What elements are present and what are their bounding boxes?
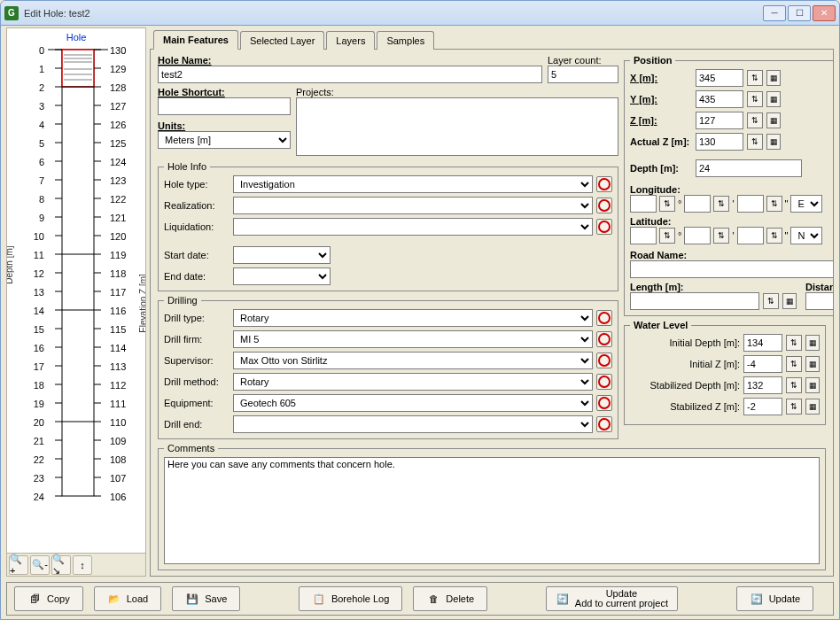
- realization-select[interactable]: [233, 197, 593, 214]
- zoom-out-button[interactable]: 🔍-: [30, 555, 50, 575]
- stabilized-depth-input[interactable]: [743, 376, 782, 394]
- drilling-fieldset: Drilling Drill type:Rotary Drill firm:MI…: [158, 295, 618, 439]
- supervisor-select[interactable]: Max Otto von Stirlitz: [233, 352, 593, 369]
- initial-depth-input[interactable]: [743, 334, 782, 352]
- lon-min-step-icon[interactable]: ⇅: [713, 196, 729, 212]
- actual-z-calc-icon[interactable]: ▦: [766, 134, 781, 150]
- tab-main-features[interactable]: Main Features: [153, 30, 238, 50]
- stabilized-depth-step-icon[interactable]: ⇅: [786, 377, 802, 393]
- initial-depth-label: Initial Depth [m]:: [630, 337, 740, 348]
- zoom-vertical-button[interactable]: ↕: [73, 555, 92, 575]
- depth-input[interactable]: [696, 159, 802, 177]
- equipment-select[interactable]: Geotech 605: [233, 394, 593, 412]
- lat-deg-step-icon[interactable]: ⇅: [659, 228, 675, 244]
- equipment-clear-icon[interactable]: [596, 395, 612, 411]
- lat-sec-step-icon[interactable]: ⇅: [766, 228, 782, 244]
- layer-count-input[interactable]: [548, 66, 618, 83]
- zoom-fit-button[interactable]: 🔍↘: [51, 555, 71, 575]
- svg-text:17: 17: [34, 361, 44, 372]
- z-step-icon[interactable]: ⇅: [747, 112, 763, 128]
- stabilized-z-step-icon[interactable]: ⇅: [786, 399, 802, 415]
- water-level-legend: Water Level: [630, 320, 691, 330]
- svg-text:14: 14: [34, 306, 44, 316]
- minimize-button[interactable]: ─: [763, 5, 786, 21]
- lat-min-input[interactable]: [684, 227, 711, 244]
- svg-text:23: 23: [34, 473, 44, 484]
- update-add-project-button[interactable]: 🔄 Update Add to current project: [546, 586, 678, 611]
- hole-name-input[interactable]: [158, 66, 542, 83]
- borehole-log-button[interactable]: 📋Borehole Log: [299, 586, 402, 611]
- length-input[interactable]: [630, 292, 759, 310]
- lon-sec-step-icon[interactable]: ⇅: [766, 196, 782, 212]
- liquidation-clear-icon[interactable]: [596, 219, 612, 235]
- lon-min-input[interactable]: [684, 195, 711, 213]
- svg-text:12: 12: [34, 268, 44, 279]
- lon-sec-input[interactable]: [737, 195, 764, 213]
- x-step-icon[interactable]: ⇅: [747, 70, 763, 86]
- initial-z-step-icon[interactable]: ⇅: [786, 356, 802, 372]
- y-step-icon[interactable]: ⇅: [747, 91, 763, 107]
- initial-z-input[interactable]: [743, 355, 782, 373]
- drill-end-clear-icon[interactable]: [596, 416, 612, 432]
- svg-text:19: 19: [34, 399, 44, 409]
- projects-input[interactable]: [296, 97, 618, 156]
- lat-sec-input[interactable]: [737, 227, 764, 244]
- hole-shortcut-input[interactable]: [158, 97, 291, 115]
- save-icon: 💾: [185, 592, 199, 606]
- supervisor-clear-icon[interactable]: [596, 353, 612, 368]
- drill-type-clear-icon[interactable]: [596, 310, 612, 326]
- svg-text:13: 13: [34, 287, 44, 298]
- length-calc-icon[interactable]: ▦: [782, 293, 797, 309]
- z-calc-icon[interactable]: ▦: [766, 112, 781, 128]
- distance-input[interactable]: [805, 292, 834, 310]
- update-button[interactable]: 🔄Update: [736, 586, 813, 611]
- tab-samples[interactable]: Samples: [377, 31, 434, 50]
- delete-button[interactable]: 🗑Delete: [413, 586, 487, 611]
- lat-deg-input[interactable]: [630, 227, 657, 244]
- liquidation-select[interactable]: [233, 218, 593, 236]
- road-name-select[interactable]: [630, 260, 834, 278]
- drill-type-select[interactable]: Rotary: [233, 309, 593, 327]
- lon-deg-step-icon[interactable]: ⇅: [659, 196, 675, 212]
- stabilized-z-input[interactable]: [743, 398, 782, 415]
- drill-end-select[interactable]: [233, 415, 593, 433]
- stabilized-depth-calc-icon[interactable]: ▦: [805, 377, 820, 393]
- tab-selected-layer[interactable]: Selected Layer: [240, 31, 324, 50]
- z-input[interactable]: [696, 112, 743, 129]
- units-select[interactable]: Meters [m]: [158, 131, 291, 149]
- maximize-button[interactable]: ☐: [788, 5, 811, 21]
- x-calc-icon[interactable]: ▦: [766, 70, 781, 86]
- close-button[interactable]: ✕: [813, 5, 836, 21]
- hole-type-clear-icon[interactable]: [596, 176, 612, 192]
- lat-min-step-icon[interactable]: ⇅: [713, 228, 729, 244]
- y-calc-icon[interactable]: ▦: [766, 91, 781, 107]
- initial-z-calc-icon[interactable]: ▦: [805, 356, 820, 372]
- drill-end-label: Drill end:: [164, 419, 229, 430]
- end-date-select[interactable]: [233, 267, 331, 285]
- lat-dir-select[interactable]: N: [790, 227, 822, 244]
- y-input[interactable]: [696, 90, 743, 108]
- initial-depth-step-icon[interactable]: ⇅: [786, 335, 802, 351]
- save-button[interactable]: 💾Save: [172, 586, 240, 611]
- drill-method-select[interactable]: Rotary: [233, 373, 593, 391]
- log-icon: 📋: [312, 592, 326, 606]
- drill-firm-select[interactable]: MI 5: [233, 330, 593, 348]
- lon-dir-select[interactable]: E: [790, 195, 822, 213]
- lon-deg-input[interactable]: [630, 195, 657, 213]
- drill-method-clear-icon[interactable]: [596, 374, 612, 390]
- actual-z-input[interactable]: [696, 133, 743, 151]
- length-step-icon[interactable]: ⇅: [763, 293, 779, 309]
- tab-layers[interactable]: Layers: [326, 31, 375, 50]
- initial-depth-calc-icon[interactable]: ▦: [805, 335, 820, 351]
- copy-button[interactable]: 🗐Copy: [14, 586, 83, 611]
- x-input[interactable]: [696, 69, 743, 87]
- hole-type-select[interactable]: Investigation: [233, 175, 593, 193]
- drill-firm-clear-icon[interactable]: [596, 331, 612, 347]
- load-button[interactable]: 📂Load: [94, 586, 161, 611]
- comments-input[interactable]: [164, 457, 820, 564]
- actual-z-step-icon[interactable]: ⇅: [747, 134, 763, 150]
- stabilized-z-calc-icon[interactable]: ▦: [805, 399, 820, 415]
- zoom-in-button[interactable]: 🔍+: [9, 555, 28, 575]
- realization-clear-icon[interactable]: [596, 198, 612, 213]
- start-date-select[interactable]: [233, 246, 331, 264]
